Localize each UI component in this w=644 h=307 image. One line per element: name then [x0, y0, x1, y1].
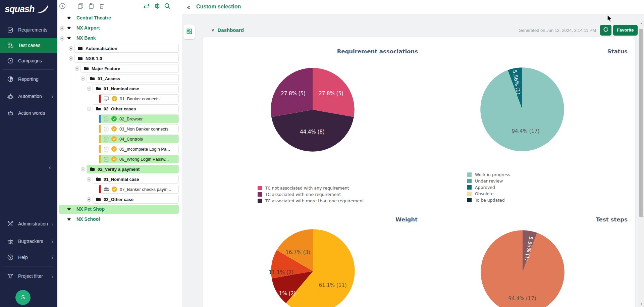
collapse-node-icon[interactable]: −: [81, 167, 85, 171]
tree-node-card[interactable]: 05_Incomplete Login Pa...: [99, 145, 179, 153]
collapse-node-icon[interactable]: −: [87, 87, 91, 91]
legend-item[interactable]: TC associated with one requirement: [258, 191, 364, 198]
chart-title-test-steps: Test steps: [596, 216, 628, 223]
tree-node-card[interactable]: NXB 1.0: [74, 54, 179, 63]
legend-item[interactable]: Approved: [467, 184, 510, 191]
collapse-node-icon[interactable]: −: [75, 66, 79, 71]
sidebar-item-automation[interactable]: Automation ›: [0, 89, 57, 104]
legend-item[interactable]: TC not associated with any requirement: [258, 185, 364, 191]
expand-node-icon[interactable]: +: [69, 46, 73, 51]
legend-item[interactable]: To be updated: [467, 197, 510, 203]
project-label[interactable]: Central Theatre: [76, 15, 111, 20]
sidebar-item-label: Test cases: [18, 43, 40, 48]
sidebar-item-administration[interactable]: Administration ›: [0, 216, 57, 231]
user-avatar[interactable]: S: [15, 290, 31, 305]
project-label[interactable]: NX School: [76, 216, 100, 222]
squash-logo[interactable]: squash: [0, 0, 57, 18]
collapse-node-icon[interactable]: −: [87, 177, 91, 182]
delete-button[interactable]: [97, 1, 106, 11]
tree-case-row: 06_Wrong Login Passw...: [57, 155, 182, 163]
copy-button[interactable]: [76, 1, 85, 11]
favorite-button[interactable]: Favorite: [613, 25, 638, 36]
main-header: « Custom selection: [182, 0, 644, 15]
tree-folder-row: +02_Other case: [57, 195, 182, 204]
tree-node-card[interactable]: 02_Browser: [99, 114, 179, 123]
sidebar-item-label: Help: [18, 255, 28, 260]
tree-node-card[interactable]: 02_Other cases: [93, 104, 179, 113]
collapse-node-icon[interactable]: −: [60, 36, 64, 41]
project-label[interactable]: NX Pet Shop: [76, 206, 105, 212]
dashboard-tab-button[interactable]: [183, 24, 195, 39]
legend-label: Obsolete: [475, 191, 494, 196]
tree-node-card[interactable]: Automatisation: [74, 44, 179, 53]
tree-node-card[interactable]: 07_Banker checks paym...: [99, 185, 179, 194]
tree-node-card[interactable]: 01_Banker connects: [99, 94, 179, 103]
pie-label: 27.8% (5): [319, 91, 343, 97]
tree-folder-row: −NXB 1.0: [57, 54, 182, 63]
vertical-scrollbar[interactable]: ▲ ▼: [638, 21, 644, 307]
status-check-badge: [111, 126, 117, 132]
search-button[interactable]: [163, 1, 172, 11]
tree-node-card[interactable]: Major Feature: [80, 64, 179, 73]
sidebar-item-reporting[interactable]: Reporting: [0, 72, 57, 87]
scroll-down-icon[interactable]: ▼: [638, 302, 644, 307]
tree-folder-row: −02_Verify a payment: [57, 165, 182, 173]
pie-label: 44.4% (8): [300, 129, 325, 135]
sidebar-item-requirements[interactable]: Requirements: [0, 22, 57, 37]
collapse-panel-icon[interactable]: «: [187, 3, 191, 11]
pie-label: 61.1% (11): [319, 282, 346, 288]
sidebar-collapse-icon[interactable]: ‹: [49, 164, 51, 171]
collapse-node-icon[interactable]: −: [87, 107, 91, 111]
folder-icon: [78, 46, 83, 50]
tree-node-card[interactable]: 06_Wrong Login Passw...: [99, 155, 179, 163]
chevron-down-icon: ∨: [211, 28, 215, 33]
tree-node-card[interactable]: 01_Nominal case: [93, 175, 179, 184]
requirements-icon: [7, 27, 14, 33]
tree-node-card[interactable]: 02_Verify a payment: [87, 165, 179, 173]
refresh-button[interactable]: [600, 25, 611, 36]
sidebar-item-help[interactable]: Help ›: [0, 250, 57, 265]
tree-node-card[interactable]: 01_Access: [87, 74, 179, 83]
dashboard-section-toggle[interactable]: ∨ Dashboard: [211, 27, 244, 33]
pie-label: 11.1% (2): [269, 269, 293, 275]
collapse-node-icon[interactable]: −: [69, 56, 73, 61]
expand-node-icon[interactable]: +: [87, 197, 91, 202]
sidebar-item-action-words[interactable]: Action words: [0, 106, 57, 120]
scroll-up-icon[interactable]: ▲: [638, 21, 644, 26]
scrollbar-thumb[interactable]: [639, 29, 643, 217]
star-icon: ★: [67, 15, 71, 21]
pie-requirement-associations: [269, 66, 357, 154]
sidebar-item-project-filter[interactable]: Project filter ›: [0, 269, 57, 284]
legend-item[interactable]: Work in progress: [467, 171, 510, 178]
legend-item[interactable]: TC associated with more than one require…: [258, 198, 364, 204]
tree-node-card[interactable]: 03_Non Banker connects: [99, 124, 179, 133]
tree-folder-row: −Major Feature: [57, 64, 182, 73]
step-icon: [104, 137, 109, 142]
submenu-chevron-icon: ›: [52, 255, 53, 260]
legend-item[interactable]: Obsolete: [467, 191, 510, 197]
sidebar-item-bugtrackers[interactable]: Bugtrackers ›: [0, 234, 57, 249]
tree-node-card[interactable]: 02_Other case: [93, 195, 179, 204]
project-label[interactable]: NX Airport: [76, 25, 100, 31]
collapse-node-icon[interactable]: −: [81, 76, 85, 81]
tree-node-card[interactable]: 01_Nominal case: [93, 84, 179, 93]
importance-bar: [99, 135, 101, 143]
sidebar-item-label: Automation: [18, 94, 42, 99]
project-label[interactable]: NX Bank: [76, 35, 96, 41]
tree-node-card[interactable]: 04_Controls: [99, 135, 179, 143]
legend-item[interactable]: Under review: [467, 178, 510, 184]
settings-button[interactable]: [153, 1, 162, 11]
test-case-label: 05_Incomplete Login Pa...: [119, 147, 170, 152]
sidebar-item-campaigns[interactable]: Campaigns: [0, 53, 57, 68]
tree-project-row: +★NX Airport: [57, 24, 182, 33]
importance-bar: [99, 185, 101, 194]
folder-label: NXB 1.0: [86, 56, 102, 61]
add-button[interactable]: [58, 1, 67, 11]
expand-node-icon[interactable]: +: [60, 26, 64, 31]
step-icon: [104, 147, 109, 152]
administration-icon: [7, 220, 14, 227]
sidebar-item-test-cases[interactable]: Test cases: [0, 38, 57, 53]
paste-button[interactable]: [87, 1, 96, 11]
tree-case-row: 05_Incomplete Login Pa...: [57, 145, 182, 153]
swap-button[interactable]: [142, 1, 151, 11]
